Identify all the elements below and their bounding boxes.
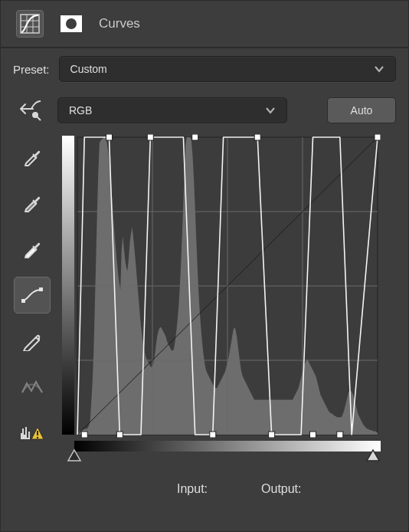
output-label: Output: [261,482,301,496]
pencil-icon[interactable] [14,323,51,360]
channel-select[interactable]: RGB [57,97,287,123]
preset-value: Custom [70,63,107,75]
svg-point-6 [66,18,77,29]
input-gradient [74,441,381,452]
svg-rect-27 [269,432,275,438]
svg-rect-20 [81,432,87,438]
svg-point-11 [37,437,38,438]
clip-warning-icon[interactable] [14,415,51,452]
preset-select[interactable]: Custom [59,56,396,82]
svg-rect-23 [147,134,153,140]
curve-points-icon[interactable] [14,277,51,314]
curves-adjustment-icon[interactable] [16,10,44,38]
input-label: Input: [177,482,208,496]
output-gradient [62,136,74,435]
chevron-down-icon [265,104,276,117]
curves-graph[interactable] [74,134,381,438]
range-sliders[interactable] [74,452,381,468]
svg-rect-30 [375,134,381,140]
smooth-icon [14,369,51,406]
chevron-down-icon [374,63,384,75]
eyedropper-white-icon[interactable] [14,231,51,268]
channel-value: RGB [69,104,92,117]
auto-button[interactable]: Auto [327,97,396,123]
svg-rect-25 [210,432,216,438]
eyedropper-black-icon[interactable] [14,139,51,176]
target-adjust-icon[interactable] [16,98,42,123]
svg-rect-29 [337,432,343,438]
svg-rect-26 [254,134,260,140]
svg-rect-28 [309,432,316,438]
eyedropper-gray-icon[interactable] [14,185,51,222]
svg-rect-22 [116,432,123,438]
svg-rect-24 [192,134,198,140]
svg-rect-21 [106,134,113,140]
svg-rect-8 [21,299,25,303]
svg-rect-9 [39,287,43,291]
panel-title: Curves [99,16,140,31]
auto-button-label: Auto [351,104,373,117]
layer-mask-icon[interactable] [57,10,85,38]
preset-label: Preset: [13,63,50,76]
